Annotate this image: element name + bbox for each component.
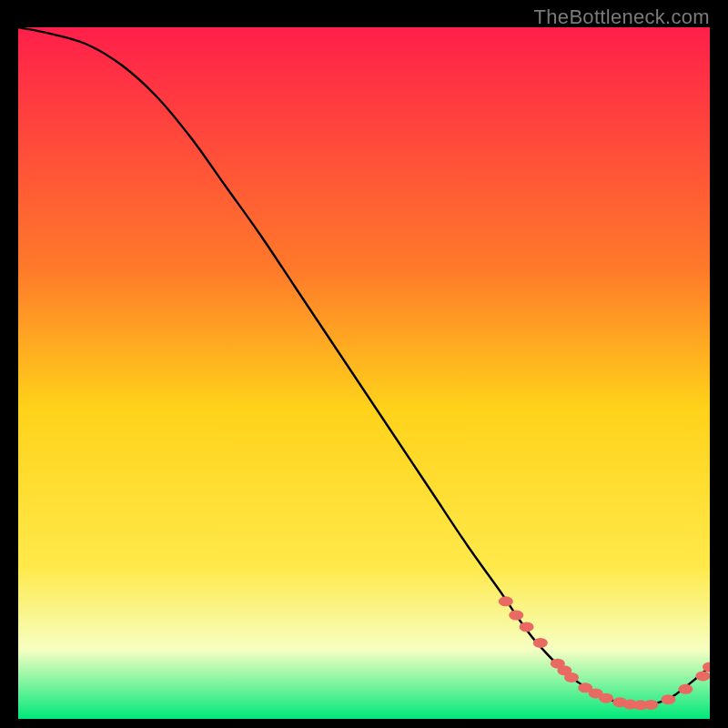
plot-svg — [18, 27, 710, 719]
curve-marker — [520, 622, 534, 632]
curve-marker — [695, 671, 710, 681]
curve-marker — [499, 596, 513, 606]
watermark-text: TheBottleneck.com — [534, 5, 710, 29]
plot-area — [18, 27, 710, 719]
curve-marker — [564, 672, 579, 682]
curve-marker — [661, 694, 675, 704]
curve-marker — [599, 693, 613, 703]
gradient-background — [18, 27, 710, 719]
chart-stage: TheBottleneck.com — [0, 0, 728, 728]
curve-marker — [678, 684, 693, 694]
curve-marker — [643, 700, 658, 710]
curve-marker — [509, 611, 523, 621]
curve-marker — [533, 638, 548, 648]
